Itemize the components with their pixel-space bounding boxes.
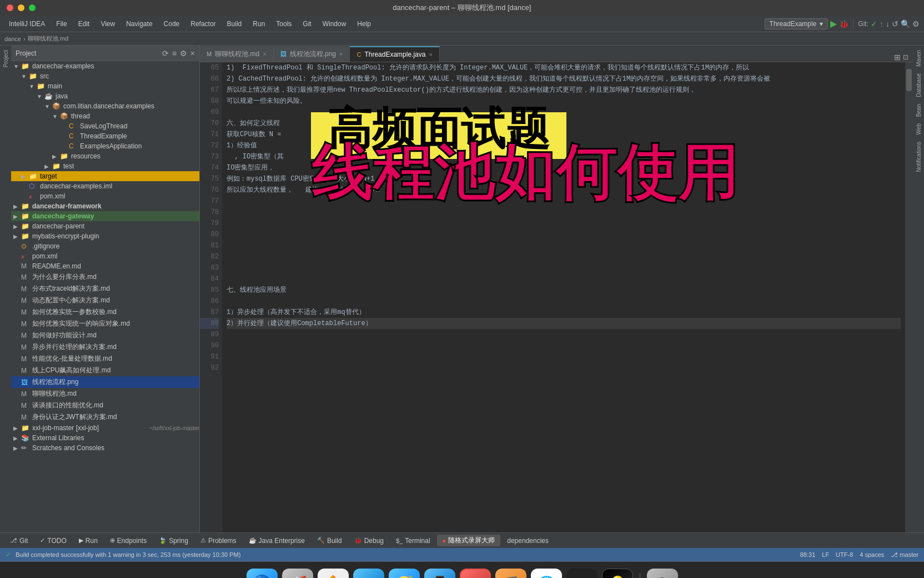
menu-tools[interactable]: Tools: [272, 19, 296, 29]
tree-item-resources[interactable]: ▶ 📁 resources: [11, 151, 199, 161]
breadcrumb-file[interactable]: 聊聊线程池.md: [28, 34, 68, 43]
menu-help[interactable]: Help: [353, 19, 375, 29]
tree-item-png[interactable]: 🖼 线程池流程.png: [11, 376, 199, 388]
tree-item-ThreadExample[interactable]: C ThreadExample: [11, 131, 199, 141]
bottom-tab-debug[interactable]: 🐞 Debug: [349, 536, 389, 546]
tab-close-icon[interactable]: ×: [339, 51, 343, 57]
sidebar-item-web[interactable]: Web: [915, 121, 923, 137]
tree-item-SaveLogThread[interactable]: C SaveLogThread: [11, 121, 199, 131]
dock-app1[interactable]: 🔶: [318, 569, 349, 579]
tree-item-framework[interactable]: ▶ 📁 dancechar-framework: [11, 201, 199, 211]
tree-item-scratches[interactable]: ▶ ✏ Scratches and Consoles: [11, 443, 199, 453]
settings-icon[interactable]: ⚙: [912, 19, 920, 28]
dock-safari[interactable]: 🧭: [389, 569, 420, 579]
tree-item-mybatis[interactable]: ▶ 📁 mybatis-encrypt-plugin: [11, 231, 199, 241]
recent-icon[interactable]: ⊡: [903, 53, 908, 61]
search-icon[interactable]: 🔍: [901, 19, 910, 28]
sidebar-label-project[interactable]: Project: [2, 48, 10, 69]
tree-item-main[interactable]: ▼ 📁 main: [11, 81, 199, 91]
tab-thread[interactable]: C ThreadExample.java ×: [350, 46, 439, 62]
git-push-icon[interactable]: ↑: [880, 19, 883, 28]
menu-edit[interactable]: Edit: [74, 19, 94, 29]
bottom-tab-endpoints[interactable]: ⊕ Endpoints: [104, 536, 152, 546]
bottom-tab-todo[interactable]: ✓ TODO: [34, 536, 72, 546]
tab-xian[interactable]: 🖼 线程池流程.png ×: [274, 46, 350, 62]
menu-code[interactable]: Code: [159, 19, 184, 29]
tab-close-icon[interactable]: ×: [429, 51, 432, 58]
menu-git[interactable]: Git: [298, 19, 315, 29]
scrollbar[interactable]: [905, 62, 913, 532]
bottom-tab-git[interactable]: ⎇ Git: [4, 536, 33, 546]
tree-item-md2[interactable]: M 分布式traceld解决方案.md: [11, 283, 199, 295]
tree-item-md4[interactable]: M 如何优雅实统一参数校验.md: [11, 306, 199, 318]
tree-item-test[interactable]: ▶ 📁 test: [11, 161, 199, 171]
menu-view[interactable]: View: [96, 19, 119, 29]
menu-run[interactable]: Run: [248, 19, 269, 29]
tab-close-icon[interactable]: ×: [263, 51, 266, 57]
debug-button[interactable]: 🐞: [839, 19, 848, 28]
bottom-tab-build[interactable]: 🔨 Build: [312, 536, 348, 546]
tree-item-md3[interactable]: M 动态配置中心解决方案.md: [11, 295, 199, 306]
menu-file[interactable]: File: [52, 19, 71, 29]
panel-sync-icon[interactable]: ⟳: [162, 49, 169, 58]
split-icon[interactable]: ⊞: [894, 53, 901, 62]
tab-liao[interactable]: M 聊聊线程池.md ×: [200, 46, 274, 62]
sidebar-item-maven[interactable]: Maven: [915, 48, 923, 69]
dock-mail[interactable]: ✉: [353, 569, 384, 579]
git-history-icon[interactable]: ↺: [892, 19, 898, 28]
dock-finder[interactable]: 🔵: [247, 569, 278, 579]
tree-item-md7[interactable]: M 异步并行处理的解决方案.md: [11, 341, 199, 353]
tree-item-gateway[interactable]: ▶ 📁 dancechar-gateway: [11, 211, 199, 221]
dock-terminal[interactable]: ▶_: [566, 569, 597, 579]
tree-item-external-lib[interactable]: ▶ 📚 External Libraries: [11, 433, 199, 443]
tree-item-md10[interactable]: M 聊聊线程池.md: [11, 388, 199, 400]
dock-chrome[interactable]: 🌐: [531, 569, 562, 579]
tree-item-thread[interactable]: ▼ 📦 thread: [11, 111, 199, 121]
run-config-dropdown[interactable]: ThreadExample ▾: [765, 18, 828, 29]
bottom-tab-run[interactable]: ▶ Run: [73, 536, 103, 546]
tree-item-iml[interactable]: ⬡ dancechar-examples.iml: [11, 181, 199, 191]
tree-item-md9[interactable]: M 线上CPU飙高如何处理.md: [11, 365, 199, 376]
bottom-tab-java-enterprise[interactable]: ☕ Java Enterprise: [243, 536, 310, 546]
run-button[interactable]: ▶: [830, 18, 837, 29]
tree-item-pom-root[interactable]: 𝘹 pom.xml: [11, 251, 199, 261]
dock-recording[interactable]: 00:03:33: [460, 569, 491, 579]
tree-item-target[interactable]: ▶ 📁 target: [11, 171, 199, 181]
tree-item-xxl-job[interactable]: ▶ 📁 xxl-job-master [xxl-job] ~/soft/xxl-…: [11, 423, 199, 433]
breadcrumb-dance[interactable]: dance: [4, 36, 21, 42]
tree-item-md12[interactable]: M 身份认证之JWT解决方案.md: [11, 411, 199, 423]
tree-item-readme[interactable]: M README.en.md: [11, 261, 199, 271]
close-button[interactable]: [7, 4, 13, 11]
tree-item-pom[interactable]: 𝘹 pom.xml: [11, 191, 199, 201]
tree-item-java[interactable]: ▼ ☕ java: [11, 91, 199, 101]
sidebar-item-notifications[interactable]: Notifications: [915, 139, 923, 174]
panel-close-icon[interactable]: ×: [190, 49, 195, 58]
tree-item-dancechar-examples[interactable]: ▼ 📁 dancechar-examples: [11, 61, 199, 71]
sidebar-item-database[interactable]: Database: [915, 71, 923, 99]
tree-item-md8[interactable]: M 性能优化-批量处理数据.md: [11, 353, 199, 365]
git-pull-icon[interactable]: ↓: [886, 19, 890, 28]
tree-item-com[interactable]: ▼ 📦 com.litian.dancechar.examples: [11, 101, 199, 111]
tree-item-src[interactable]: ▼ 📁 src: [11, 71, 199, 81]
tree-item-md11[interactable]: M 谈谈接口的性能优化.md: [11, 400, 199, 411]
menu-build[interactable]: Build: [223, 19, 247, 29]
tree-item-ExamplesApplication[interactable]: C ExamplesApplication: [11, 141, 199, 151]
tree-item-md1[interactable]: M 为什么要分库分表.md: [11, 271, 199, 283]
dock-app2[interactable]: 🎵: [495, 569, 526, 579]
menu-refactor[interactable]: Refactor: [186, 19, 220, 29]
panel-settings-icon[interactable]: ⚙: [180, 49, 187, 58]
dock-launchpad[interactable]: 🚀: [282, 569, 313, 579]
bottom-tab-terminal[interactable]: $_ Terminal: [390, 536, 436, 546]
bottom-tab-problems[interactable]: ⚠ Problems: [195, 536, 242, 546]
scrollbar-thumb[interactable]: [906, 69, 912, 91]
bottom-tab-spring[interactable]: 🍃 Spring: [153, 536, 194, 546]
tree-item-parent[interactable]: ▶ 📁 dancechar-parent: [11, 221, 199, 231]
traffic-lights[interactable]: [7, 4, 36, 11]
sidebar-item-bean[interactable]: Bean: [915, 102, 923, 119]
code-area[interactable]: 1) FixedThreadPool 和 SingleThreadPool: 允…: [222, 62, 905, 532]
panel-collapse-icon[interactable]: ≡: [172, 49, 177, 58]
menu-navigate[interactable]: Navigate: [122, 19, 157, 29]
git-checkmark-icon[interactable]: ✓: [871, 19, 877, 28]
minimize-button[interactable]: [18, 4, 24, 11]
dock-appstore[interactable]: 📱: [424, 569, 455, 579]
